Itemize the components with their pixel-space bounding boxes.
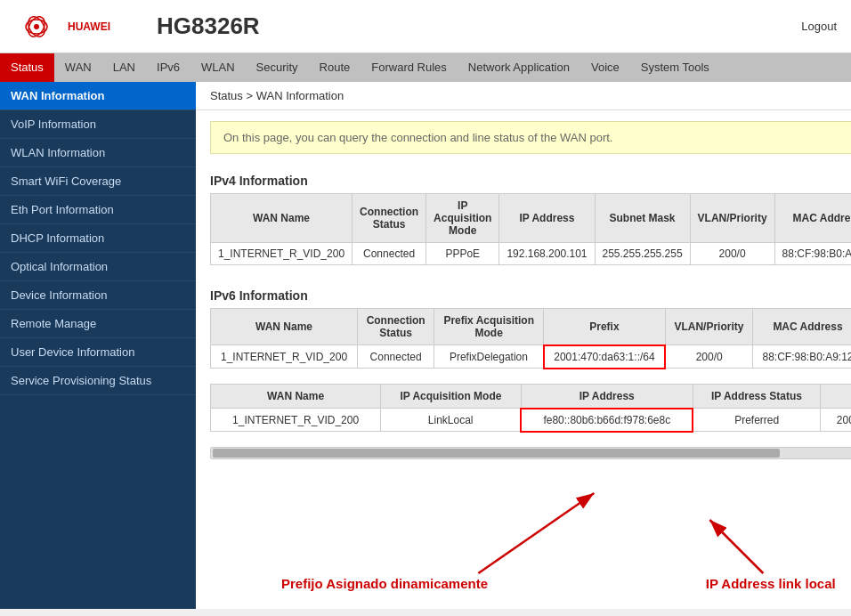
nav-system-tools[interactable]: System Tools [630,53,720,82]
ipv6-t2-ip-status: Preferred [693,409,820,432]
annotation-area: Prefijo Asignado dinamicamente IP Addres… [210,466,851,609]
scrollbar-thumb[interactable] [213,449,780,458]
ipv4-mac: 88:CF:98:B0:A9:12 [774,243,851,265]
sidebar-item-user-device-information[interactable]: User Device Information [0,338,196,367]
nav-wan[interactable]: WAN [54,53,102,82]
ipv6-prefix-value: 2001:470:da63:1::/64 [544,345,665,369]
nav-network-application[interactable]: Network Application [458,53,580,82]
sidebar-item-service-provisioning-status[interactable]: Service Provisioning Status [0,367,196,395]
ipv6-mac: 88:CF:98:B0:A9:12 [753,345,851,369]
content-area: Status > WAN Information On this page, y… [196,82,851,609]
breadcrumb-separator: > [246,89,255,102]
ipv4-ip-mode: PPPoE [426,243,499,265]
ipv4-vlan: 200/0 [690,243,774,265]
ipv6-t2-ip-mode: LinkLocal [381,409,521,432]
svg-line-5 [478,493,594,573]
info-notice: On this page, you can query the connecti… [210,121,851,154]
ipv6-t2-col-dns: DNS [820,384,851,409]
ipv6-prefix-mode: PrefixDelegation [434,345,544,369]
sidebar-item-remote-manage[interactable]: Remote Manage [0,310,196,338]
nav-ipv6[interactable]: IPv6 [146,53,190,82]
ipv4-row-1: 1_INTERNET_R_VID_200 Connected PPPoE 192… [211,243,852,265]
ipv6-col-mac: MAC Address [753,309,851,345]
sidebar-item-dhcp-information[interactable]: DHCP Information [0,224,196,253]
annotation-text-prefijo: Prefijo Asignado dinamicamente [281,576,488,591]
sidebar-item-voip-information[interactable]: VoIP Information [0,110,196,139]
ipv6-col-prefix: Prefix [544,309,665,345]
logo-area: HUAWEI [14,9,157,45]
ipv6-col-prefix-mode: Prefix AcquisitionMode [434,309,544,345]
sidebar-item-eth-port-information[interactable]: Eth Port Information [0,196,196,224]
sidebar-item-optical-information[interactable]: Optical Information [0,253,196,281]
sidebar-item-wlan-information[interactable]: WLAN Information [0,139,196,167]
ipv4-wan-name: 1_INTERNET_R_VID_200 [211,243,353,265]
svg-point-3 [34,24,39,29]
nav-voice[interactable]: Voice [580,53,630,82]
ipv4-col-ip-address: IP Address [499,194,595,243]
sidebar-item-device-information[interactable]: Device Information [0,281,196,310]
ipv6-t2-col-ip-address: IP Address [521,384,693,409]
ipv4-col-vlan: VLAN/Priority [690,194,774,243]
ipv4-col-conn-status: ConnectionStatus [353,194,426,243]
nav-lan[interactable]: LAN [102,53,146,82]
page-header: HUAWEI HG8326R Logout [0,0,851,53]
ipv4-col-ip-mode: IPAcquisitionMode [426,194,499,243]
ipv6-table2-wrapper: WAN Name IP Acquisition Mode IP Address … [210,384,851,433]
ipv4-table-wrapper: WAN Name ConnectionStatus IPAcquisitionM… [210,193,851,265]
ipv4-col-mac: MAC Address [774,194,851,243]
svg-line-6 [709,520,763,573]
nav-forward-rules[interactable]: Forward Rules [361,53,458,82]
huawei-logo [14,9,59,45]
breadcrumb-status: Status [210,89,243,102]
logout-area[interactable]: Logout [801,20,837,33]
ipv6-t2-wan-name: 1_INTERNET_R_VID_200 [211,409,381,432]
ipv4-title: IPv4 Information [196,165,851,193]
ipv6-col-vlan: VLAN/Priority [665,309,753,345]
horizontal-scrollbar[interactable] [210,447,851,459]
ipv6-t2-ip-address: fe80::80b6:b66d:f978:6e8c [521,409,693,432]
logout-button[interactable]: Logout [801,20,837,33]
ipv6-row-1: 1_INTERNET_R_VID_200 Connected PrefixDel… [211,345,852,369]
sidebar-item-smart-wifi-coverage[interactable]: Smart WiFi Coverage [0,167,196,196]
ipv4-subnet-mask: 255.255.255.255 [595,243,690,265]
ipv4-ip-address: 192.168.200.101 [499,243,595,265]
ipv4-col-wan-name: WAN Name [211,194,353,243]
annotation-text-ip-link-local: IP Address link local [706,576,836,591]
ipv6-table1: WAN Name ConnectionStatus Prefix Acquisi… [210,308,851,369]
nav-bar: Status WAN LAN IPv6 WLAN Security Route … [0,53,851,82]
ipv6-col-conn-status: ConnectionStatus [358,309,434,345]
ipv4-conn-status: Connected [353,243,426,265]
ipv6-wan-name: 1_INTERNET_R_VID_200 [211,345,358,369]
ipv4-table: WAN Name ConnectionStatus IPAcquisitionM… [210,193,851,265]
ipv4-col-subnet-mask: Subnet Mask [595,194,690,243]
ipv6-table1-wrapper: WAN Name ConnectionStatus Prefix Acquisi… [210,308,851,369]
ipv6-col-wan-name: WAN Name [211,309,358,345]
breadcrumb: Status > WAN Information [196,82,851,110]
ipv6-conn-status: Connected [358,345,434,369]
sidebar-item-wan-information[interactable]: WAN Information [0,82,196,110]
nav-status[interactable]: Status [0,53,54,82]
device-title: HG8326R [157,12,260,40]
ipv6-title: IPv6 Information [196,280,851,308]
ipv6-vlan: 200/0 [665,345,753,369]
ipv6-t2-col-ip-mode: IP Acquisition Mode [381,384,521,409]
ipv6-t2-col-wan-name: WAN Name [211,384,381,409]
ipv6-t2-dns: 2001:470:20::2 [820,409,851,432]
brand-name: HUAWEI [68,20,110,33]
nav-security[interactable]: Security [246,53,309,82]
sidebar: WAN Information VoIP Information WLAN In… [0,82,196,609]
breadcrumb-wan-information: WAN Information [256,89,344,102]
main-layout: WAN Information VoIP Information WLAN In… [0,82,851,609]
ipv6-t2-row-1: 1_INTERNET_R_VID_200 LinkLocal fe80::80b… [211,409,852,432]
nav-wlan[interactable]: WLAN [190,53,246,82]
nav-route[interactable]: Route [309,53,361,82]
ipv6-table2: WAN Name IP Acquisition Mode IP Address … [210,384,851,433]
ipv6-t2-col-ip-status: IP Address Status [693,384,820,409]
